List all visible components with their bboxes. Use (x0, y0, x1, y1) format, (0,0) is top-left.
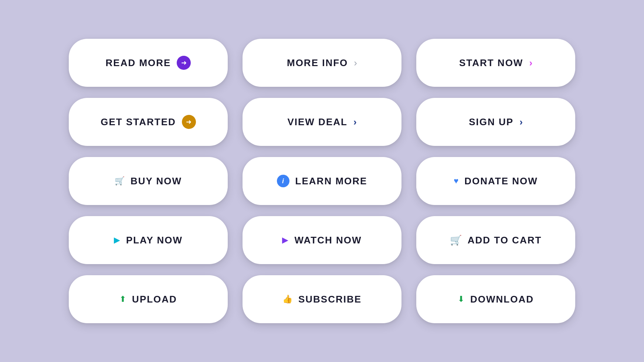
arrow-right-icon: ➜ (177, 56, 191, 70)
upload-label: UPLOAD (132, 294, 177, 305)
chevron-right-navy2-icon: › (519, 116, 523, 128)
start-now-button[interactable]: START NOW › (416, 39, 575, 87)
add-to-cart-label: ADD TO CART (468, 235, 542, 246)
thumbsup-icon: 👍 (282, 294, 292, 304)
subscribe-button[interactable]: 👍 SUBSCRIBE (243, 275, 401, 323)
more-info-button[interactable]: MORE INFO › (243, 39, 401, 87)
donate-now-button[interactable]: ♥ DONATE NOW (416, 157, 575, 205)
more-info-label: MORE INFO (287, 57, 348, 69)
donate-now-label: DONATE NOW (464, 175, 538, 187)
download-icon: ⬇ (458, 294, 464, 304)
sign-up-button[interactable]: SIGN UP › (416, 98, 575, 146)
button-grid: READ MORE ➜ MORE INFO › START NOW › GET … (69, 39, 575, 323)
play-icon: ▶ (114, 235, 120, 245)
heart-icon: ♥ (454, 176, 458, 186)
read-more-button[interactable]: READ MORE ➜ (69, 39, 228, 87)
watch-now-label: WATCH NOW (294, 235, 362, 246)
cart-plus-icon: 🛒 (450, 235, 462, 246)
get-started-button[interactable]: GET STARTED ➜ (69, 98, 228, 146)
play-now-label: PLAY NOW (126, 235, 183, 246)
learn-more-label: LEARN MORE (295, 175, 367, 187)
buy-now-label: BUY NOW (131, 175, 182, 187)
buy-now-button[interactable]: 🛒 BUY NOW (69, 157, 228, 205)
view-deal-button[interactable]: VIEW DEAL › (243, 98, 401, 146)
upload-button[interactable]: ⬆ UPLOAD (69, 275, 228, 323)
sign-up-label: SIGN UP (469, 116, 513, 128)
chevron-right-navy-icon: › (353, 116, 357, 128)
subscribe-label: SUBSCRIBE (298, 294, 362, 305)
watch-now-button[interactable]: ▶ WATCH NOW (243, 216, 401, 264)
read-more-label: READ MORE (106, 57, 171, 69)
download-button[interactable]: ⬇ DOWNLOAD (416, 275, 575, 323)
start-now-label: START NOW (459, 57, 523, 69)
play-purple-icon: ▶ (282, 235, 288, 245)
get-started-label: GET STARTED (101, 116, 176, 128)
view-deal-label: VIEW DEAL (287, 116, 347, 128)
cart-icon: 🛒 (115, 176, 125, 186)
chevron-right-icon: › (354, 57, 357, 69)
arrow-right-olive-icon: ➜ (182, 115, 196, 129)
play-now-button[interactable]: ▶ PLAY NOW (69, 216, 228, 264)
download-label: DOWNLOAD (470, 294, 534, 305)
learn-more-button[interactable]: i LEARN MORE (243, 157, 401, 205)
chevron-right-magenta-icon: › (529, 57, 532, 69)
add-to-cart-button[interactable]: 🛒 ADD TO CART (416, 216, 575, 264)
info-icon: i (277, 175, 289, 187)
upload-icon: ⬆ (119, 294, 126, 304)
